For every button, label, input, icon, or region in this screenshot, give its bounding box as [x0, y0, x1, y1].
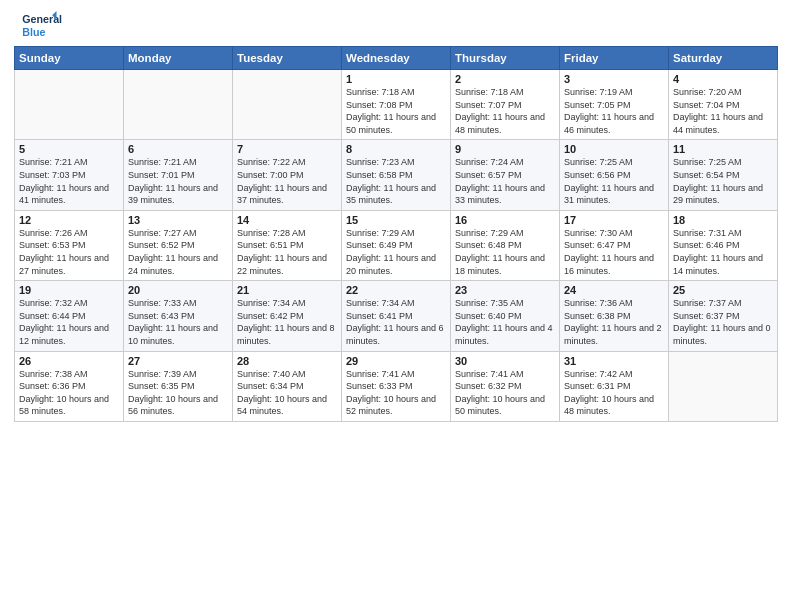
calendar-cell: 23Sunrise: 7:35 AMSunset: 6:40 PMDayligh… — [451, 281, 560, 351]
day-number: 29 — [346, 355, 446, 367]
calendar-week-row: 12Sunrise: 7:26 AMSunset: 6:53 PMDayligh… — [15, 210, 778, 280]
day-number: 4 — [673, 73, 773, 85]
day-number: 26 — [19, 355, 119, 367]
weekday-header-saturday: Saturday — [669, 47, 778, 70]
day-number: 15 — [346, 214, 446, 226]
calendar-cell: 19Sunrise: 7:32 AMSunset: 6:44 PMDayligh… — [15, 281, 124, 351]
calendar-cell: 3Sunrise: 7:19 AMSunset: 7:05 PMDaylight… — [560, 70, 669, 140]
day-number: 23 — [455, 284, 555, 296]
header: General Blue — [14, 10, 778, 40]
calendar-cell: 30Sunrise: 7:41 AMSunset: 6:32 PMDayligh… — [451, 351, 560, 421]
day-number: 25 — [673, 284, 773, 296]
day-number: 17 — [564, 214, 664, 226]
calendar-cell: 20Sunrise: 7:33 AMSunset: 6:43 PMDayligh… — [124, 281, 233, 351]
day-number: 14 — [237, 214, 337, 226]
calendar-cell: 5Sunrise: 7:21 AMSunset: 7:03 PMDaylight… — [15, 140, 124, 210]
day-info: Sunrise: 7:21 AMSunset: 7:03 PMDaylight:… — [19, 156, 119, 206]
day-info: Sunrise: 7:27 AMSunset: 6:52 PMDaylight:… — [128, 227, 228, 277]
day-number: 3 — [564, 73, 664, 85]
calendar-cell — [124, 70, 233, 140]
calendar-cell: 15Sunrise: 7:29 AMSunset: 6:49 PMDayligh… — [342, 210, 451, 280]
day-number: 18 — [673, 214, 773, 226]
day-info: Sunrise: 7:18 AMSunset: 7:08 PMDaylight:… — [346, 86, 446, 136]
day-number: 8 — [346, 143, 446, 155]
day-number: 31 — [564, 355, 664, 367]
day-info: Sunrise: 7:20 AMSunset: 7:04 PMDaylight:… — [673, 86, 773, 136]
day-number: 19 — [19, 284, 119, 296]
weekday-header-monday: Monday — [124, 47, 233, 70]
calendar-cell: 27Sunrise: 7:39 AMSunset: 6:35 PMDayligh… — [124, 351, 233, 421]
calendar-week-row: 5Sunrise: 7:21 AMSunset: 7:03 PMDaylight… — [15, 140, 778, 210]
day-number: 21 — [237, 284, 337, 296]
day-info: Sunrise: 7:37 AMSunset: 6:37 PMDaylight:… — [673, 297, 773, 347]
day-number: 28 — [237, 355, 337, 367]
day-number: 22 — [346, 284, 446, 296]
calendar-week-row: 19Sunrise: 7:32 AMSunset: 6:44 PMDayligh… — [15, 281, 778, 351]
calendar-cell: 22Sunrise: 7:34 AMSunset: 6:41 PMDayligh… — [342, 281, 451, 351]
page: General Blue SundayMondayTuesdayWednesda… — [0, 0, 792, 612]
calendar-cell: 12Sunrise: 7:26 AMSunset: 6:53 PMDayligh… — [15, 210, 124, 280]
calendar-cell: 9Sunrise: 7:24 AMSunset: 6:57 PMDaylight… — [451, 140, 560, 210]
calendar-cell — [233, 70, 342, 140]
weekday-header-friday: Friday — [560, 47, 669, 70]
day-number: 10 — [564, 143, 664, 155]
calendar-week-row: 1Sunrise: 7:18 AMSunset: 7:08 PMDaylight… — [15, 70, 778, 140]
day-info: Sunrise: 7:29 AMSunset: 6:49 PMDaylight:… — [346, 227, 446, 277]
day-info: Sunrise: 7:25 AMSunset: 6:56 PMDaylight:… — [564, 156, 664, 206]
day-info: Sunrise: 7:34 AMSunset: 6:42 PMDaylight:… — [237, 297, 337, 347]
day-info: Sunrise: 7:26 AMSunset: 6:53 PMDaylight:… — [19, 227, 119, 277]
calendar-cell: 31Sunrise: 7:42 AMSunset: 6:31 PMDayligh… — [560, 351, 669, 421]
day-info: Sunrise: 7:34 AMSunset: 6:41 PMDaylight:… — [346, 297, 446, 347]
day-info: Sunrise: 7:22 AMSunset: 7:00 PMDaylight:… — [237, 156, 337, 206]
day-info: Sunrise: 7:25 AMSunset: 6:54 PMDaylight:… — [673, 156, 773, 206]
day-number: 13 — [128, 214, 228, 226]
day-info: Sunrise: 7:41 AMSunset: 6:33 PMDaylight:… — [346, 368, 446, 418]
day-info: Sunrise: 7:39 AMSunset: 6:35 PMDaylight:… — [128, 368, 228, 418]
calendar-cell: 29Sunrise: 7:41 AMSunset: 6:33 PMDayligh… — [342, 351, 451, 421]
calendar-cell: 26Sunrise: 7:38 AMSunset: 6:36 PMDayligh… — [15, 351, 124, 421]
day-info: Sunrise: 7:18 AMSunset: 7:07 PMDaylight:… — [455, 86, 555, 136]
weekday-header-thursday: Thursday — [451, 47, 560, 70]
day-info: Sunrise: 7:42 AMSunset: 6:31 PMDaylight:… — [564, 368, 664, 418]
calendar-cell: 17Sunrise: 7:30 AMSunset: 6:47 PMDayligh… — [560, 210, 669, 280]
day-info: Sunrise: 7:36 AMSunset: 6:38 PMDaylight:… — [564, 297, 664, 347]
day-info: Sunrise: 7:33 AMSunset: 6:43 PMDaylight:… — [128, 297, 228, 347]
day-number: 5 — [19, 143, 119, 155]
day-info: Sunrise: 7:29 AMSunset: 6:48 PMDaylight:… — [455, 227, 555, 277]
calendar-cell: 28Sunrise: 7:40 AMSunset: 6:34 PMDayligh… — [233, 351, 342, 421]
calendar-cell: 2Sunrise: 7:18 AMSunset: 7:07 PMDaylight… — [451, 70, 560, 140]
svg-text:Blue: Blue — [22, 26, 45, 38]
day-info: Sunrise: 7:35 AMSunset: 6:40 PMDaylight:… — [455, 297, 555, 347]
day-number: 12 — [19, 214, 119, 226]
calendar-cell — [15, 70, 124, 140]
calendar-cell: 14Sunrise: 7:28 AMSunset: 6:51 PMDayligh… — [233, 210, 342, 280]
calendar-cell: 10Sunrise: 7:25 AMSunset: 6:56 PMDayligh… — [560, 140, 669, 210]
day-info: Sunrise: 7:21 AMSunset: 7:01 PMDaylight:… — [128, 156, 228, 206]
calendar-table: SundayMondayTuesdayWednesdayThursdayFrid… — [14, 46, 778, 422]
calendar-header: SundayMondayTuesdayWednesdayThursdayFrid… — [15, 47, 778, 70]
calendar-body: 1Sunrise: 7:18 AMSunset: 7:08 PMDaylight… — [15, 70, 778, 422]
day-number: 24 — [564, 284, 664, 296]
day-number: 16 — [455, 214, 555, 226]
calendar-cell — [669, 351, 778, 421]
logo-icon: General Blue — [14, 10, 69, 40]
calendar-cell: 4Sunrise: 7:20 AMSunset: 7:04 PMDaylight… — [669, 70, 778, 140]
day-info: Sunrise: 7:41 AMSunset: 6:32 PMDaylight:… — [455, 368, 555, 418]
day-info: Sunrise: 7:19 AMSunset: 7:05 PMDaylight:… — [564, 86, 664, 136]
calendar-week-row: 26Sunrise: 7:38 AMSunset: 6:36 PMDayligh… — [15, 351, 778, 421]
day-number: 6 — [128, 143, 228, 155]
calendar-cell: 24Sunrise: 7:36 AMSunset: 6:38 PMDayligh… — [560, 281, 669, 351]
day-info: Sunrise: 7:28 AMSunset: 6:51 PMDaylight:… — [237, 227, 337, 277]
weekday-row: SundayMondayTuesdayWednesdayThursdayFrid… — [15, 47, 778, 70]
calendar-cell: 6Sunrise: 7:21 AMSunset: 7:01 PMDaylight… — [124, 140, 233, 210]
calendar-cell: 25Sunrise: 7:37 AMSunset: 6:37 PMDayligh… — [669, 281, 778, 351]
calendar-cell: 13Sunrise: 7:27 AMSunset: 6:52 PMDayligh… — [124, 210, 233, 280]
calendar-cell: 21Sunrise: 7:34 AMSunset: 6:42 PMDayligh… — [233, 281, 342, 351]
day-number: 9 — [455, 143, 555, 155]
weekday-header-tuesday: Tuesday — [233, 47, 342, 70]
day-number: 2 — [455, 73, 555, 85]
day-number: 30 — [455, 355, 555, 367]
weekday-header-wednesday: Wednesday — [342, 47, 451, 70]
day-info: Sunrise: 7:30 AMSunset: 6:47 PMDaylight:… — [564, 227, 664, 277]
day-number: 27 — [128, 355, 228, 367]
